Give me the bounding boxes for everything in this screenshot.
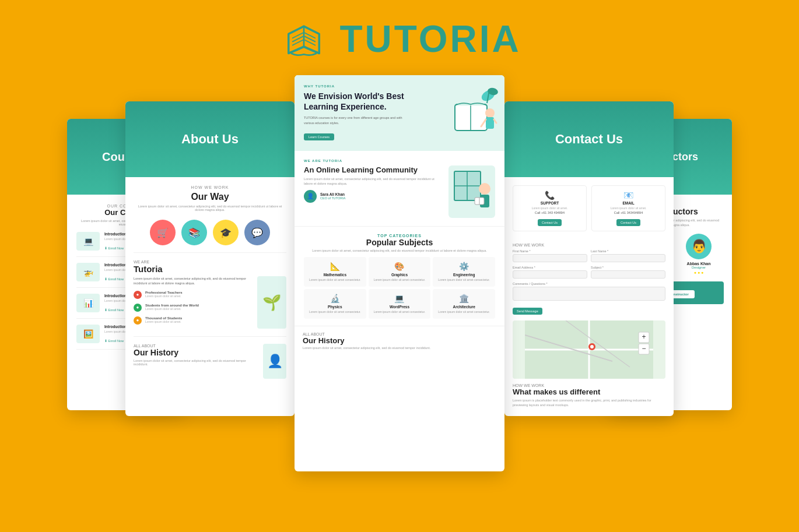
subject-graphics-name: Graphics	[372, 273, 427, 277]
icon-chat: 💬	[244, 220, 270, 245]
comments-label: Comments / Questions *	[513, 282, 665, 286]
our-history-title: Our History	[303, 336, 496, 345]
history-illustration: 👤	[263, 344, 286, 379]
contact-banner-title: Contact Us	[555, 132, 623, 147]
we-are-tag: WE ARE TUTORIA	[304, 159, 495, 163]
form-tag: HOW WE WORK	[513, 243, 665, 247]
form-comments: Comments / Questions *	[513, 282, 665, 301]
ceo-role: CEO of TUTORIA	[320, 196, 346, 200]
svg-point-22	[590, 345, 594, 348]
contact-form: HOW WE WORK First Name * Last Name * Ema…	[513, 243, 665, 315]
contact-support-btn[interactable]: Contact Us	[538, 219, 562, 226]
our-way-title: Our Way	[134, 192, 286, 202]
center-page-inner: WHY TUTORIA We Envision World's Best Lea…	[295, 75, 504, 471]
abbas-stars: ● ● ●	[674, 270, 724, 274]
svg-point-5	[485, 108, 495, 118]
email-label: Email Address *	[513, 266, 587, 269]
bullet-dot-2: ●	[134, 304, 142, 312]
subject-math-name: Mathematics	[307, 273, 363, 277]
lastname-input[interactable]	[591, 254, 665, 262]
contact-phone-icon: 📞	[518, 191, 581, 200]
svg-rect-6	[486, 117, 494, 129]
hero-cta-button[interactable]: Learn Courses	[304, 133, 334, 140]
subject-wp-desc: Lorem ipsum dolor sit amet consectetur.	[372, 310, 427, 314]
subjects-desc: Lorem ipsum dolor sit amet, consectetur …	[304, 249, 495, 252]
icon-learn: 📚	[181, 220, 207, 245]
contact-cards-row: 📞 SUPPORT Lorem ipsum dolor sit amet. Ca…	[513, 185, 665, 236]
icon-circles-row: 🛒 📚 🎓 💬	[134, 220, 286, 245]
subject-eng-icon: ⚙️	[436, 262, 492, 271]
subject-eng-desc: Lorem ipsum dolor sit amet consectetur.	[436, 278, 492, 282]
header: TUTORIA	[0, 0, 799, 72]
subject-physics-name: Physics	[307, 305, 363, 309]
tutoria-section: WE ARE Tutoria Lorem ipsum dolor sit ame…	[134, 255, 286, 334]
icon-certif: 🎓	[213, 220, 239, 245]
history-section: ALL ABOUT Our History Lorem ipsum dolor …	[134, 339, 286, 383]
center-main-page: WHY TUTORIA We Envision World's Best Lea…	[295, 75, 504, 471]
subject-label: Subject *	[591, 266, 665, 269]
form-firstname: First Name *	[513, 249, 587, 262]
subjects-tag: TOP CATEGORIES	[304, 234, 495, 238]
subject-wp-name: WordPress	[372, 305, 427, 309]
form-subject: Subject *	[591, 266, 665, 279]
subjects-title: Popular Subjects	[304, 238, 495, 247]
subject-graphics-desc: Lorem ipsum dolor sit amet consectetur.	[372, 278, 427, 282]
map-placeholder: + −	[513, 320, 665, 379]
send-message-btn[interactable]: Send Message	[513, 308, 542, 315]
contact-phone: Call +61 343 494894	[518, 211, 581, 214]
about-banner-title: About Us	[181, 132, 239, 147]
subject-physics-icon: 🔬	[307, 294, 363, 303]
subject-arch-name: Architecture	[436, 305, 492, 309]
subject-physics: 🔬 Physics Lorem ipsum dolor sit amet con…	[304, 289, 366, 319]
contact-email-addr: Call +61 343494894	[597, 211, 660, 214]
contact-email-card: 📧 EMAIL Lorem ipsum dolor sit amet. Call…	[591, 185, 665, 231]
contact-support-desc: Lorem ipsum dolor sit amet.	[518, 206, 581, 210]
email-input[interactable]	[513, 270, 587, 279]
hero-heading: We Envision World's Best Learning Experi…	[304, 91, 409, 112]
svg-text:+: +	[642, 333, 646, 341]
form-lastname: Last Name *	[591, 249, 665, 262]
firstname-input[interactable]	[513, 254, 587, 262]
how-we-work-label2: HOW WE WORK	[513, 383, 665, 387]
tutoria-tag: WE ARE	[134, 260, 286, 264]
course-thumb-3: 📊	[76, 294, 100, 312]
popular-subjects-section: TOP CATEGORIES Popular Subjects Lorem ip…	[295, 227, 504, 326]
different-section: HOW WE WORK What makes us different Lore…	[513, 383, 665, 408]
contact-email-btn[interactable]: Contact Us	[616, 219, 640, 226]
history-tag: ALL ABOUT	[134, 344, 258, 348]
hero-subtext: TUTORIA courses is for every one from di…	[304, 115, 403, 125]
bullet-3: ● Thousand of StudentsLorem ipsum dolor …	[134, 316, 253, 325]
bullet-list: ● Professional TeachersLorem ipsum dolor…	[134, 291, 253, 325]
about-banner-page: About Us HOW WE WORK Our Way Lorem ipsum…	[125, 101, 295, 416]
instructor-abbas: 👨 Abbas Khan Designer ● ● ●	[674, 234, 724, 274]
tutoria-desc: Lorem ipsum dolor sit amet, consectetur …	[134, 276, 253, 286]
ceo-row: 👤 Sara Ali Khan CEO of TUTORIA	[304, 190, 443, 203]
course-thumb-2: 🚁	[76, 263, 100, 281]
subjects-grid: 📐 Mathematics Lorem ipsum dolor sit amet…	[304, 257, 495, 319]
bullet-2: ● Students from around the WorldLorem ip…	[134, 304, 253, 312]
logo-text: TUTORIA	[339, 17, 521, 61]
how-we-work-label: HOW WE WORK	[134, 185, 286, 189]
form-row-email: Email Address * Subject *	[513, 266, 665, 279]
comments-textarea[interactable]	[513, 287, 665, 301]
different-title: What makes us different	[513, 387, 665, 396]
history-bottom-section: ALL ABOUT Our History Lorem ipsum dolor …	[295, 326, 504, 355]
subject-eng-name: Engineering	[436, 273, 492, 277]
different-desc: Lorem ipsum is placeholder text commonly…	[513, 398, 665, 408]
contact-email-icon: 📧	[597, 191, 660, 200]
bullet-dot-3: ●	[134, 316, 142, 325]
subject-physics-desc: Lorem ipsum dolor sit amet consectetur.	[307, 310, 363, 314]
subject-input[interactable]	[591, 270, 665, 279]
pages-mosaic: Courses OUR COURSES Our Course Lorem ips…	[50, 72, 749, 492]
firstname-label: First Name *	[513, 249, 587, 253]
icon-cart: 🛒	[150, 220, 176, 245]
community-subtext: Lorem ipsum dolor sit amet, consectetur …	[304, 177, 443, 186]
our-history-desc: Lorem ipsum dolor sit amet, consectetur …	[303, 346, 496, 350]
history-title: Our History	[134, 348, 258, 357]
our-way-desc: Lorem ipsum dolor sit amet, consectetur …	[134, 205, 286, 212]
logo-book-icon	[278, 19, 330, 59]
lastname-label: Last Name *	[591, 249, 665, 253]
subject-wp-icon: 💻	[372, 294, 427, 303]
bullet-dot-1: ●	[134, 291, 142, 299]
course-thumb-4: 🖼️	[76, 325, 100, 343]
